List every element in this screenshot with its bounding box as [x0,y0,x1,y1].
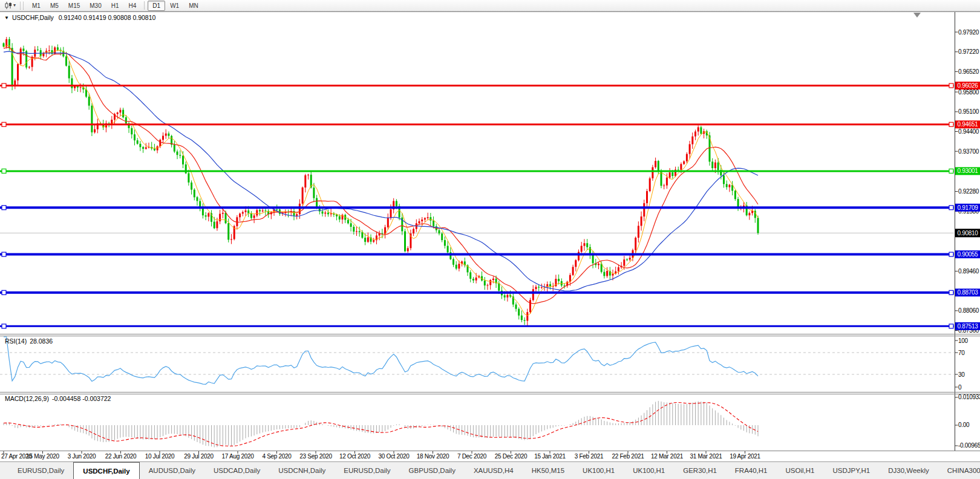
level-price-badge-text: 0.91709 [957,204,978,211]
tab-uk100-h1[interactable]: UK100,H1 [573,462,624,479]
date-axis-label: 29 Jul 2020 [184,453,214,460]
macd-name: MACD(12,26,9) [5,395,49,402]
level-line-handle[interactable] [949,169,953,173]
timeframe-toolbar: ▾ M1M5M15M30H1H4D1W1MN [0,0,980,11]
date-axis-label: 12 Oct 2020 [339,453,371,460]
tab-usdjpy-h1[interactable]: USDJPY,H1 [823,462,879,479]
tab-usdchf-daily[interactable]: USDCHF,Daily [73,462,139,479]
timeframe-button-m30[interactable]: M30 [85,1,106,11]
rsi-axis-label: 70 [958,350,965,356]
collapse-icon[interactable]: ▼ [4,15,9,21]
level-line-handle[interactable] [949,122,953,126]
level-line-handle[interactable] [2,324,6,328]
tab-dj30-weekly[interactable]: DJ30,Weekly [879,462,938,479]
price-tick-label: 0.92280 [958,188,979,195]
price-tick-label: 0.88060 [958,307,979,314]
price-tick-label: 0.89460 [958,268,979,275]
timeframe-button-mn[interactable]: MN [184,1,203,11]
tab-uk100-h1[interactable]: UK100,H1 [624,462,674,479]
level-line-handle[interactable] [2,290,6,295]
toolbar-grip[interactable] [20,2,24,10]
date-axis-label: 19 Apr 2021 [730,453,760,460]
rsi-name: RSI(14) [5,337,27,345]
date-axis-label: 15 May 2020 [26,453,59,460]
price-tick-label: 0.96520 [958,68,979,75]
date-axis-label: 12 Mar 2021 [651,453,684,460]
date-axis-label: 7 Dec 2020 [457,453,487,460]
macd-histogram [4,401,758,448]
level-line-handle[interactable] [949,324,953,328]
tab-usoil-h1[interactable]: USOil,H1 [777,462,824,479]
chart-shift-marker[interactable] [913,13,921,18]
date-axis-label: 22 Jun 2020 [105,453,137,460]
price-tick-label: 0.97920 [958,29,979,36]
level-line-handle[interactable] [2,169,6,173]
price-tick-label: 0.93700 [958,148,979,155]
level-line-handle[interactable] [949,252,953,256]
level-line-handle[interactable] [949,206,953,210]
macd-values: -0.004458 -0.003722 [52,395,111,402]
timeframe-button-h1[interactable]: H1 [106,1,124,11]
tab-gbpusd-daily[interactable]: GBPUSD,Daily [400,462,465,479]
tab-eurusd-daily[interactable]: EURUSD,Daily [335,462,399,479]
candlestick-chart-icon [4,1,13,10]
date-axis-label: 18 Nov 2020 [417,453,449,460]
level-price-badge-text: 0.96026 [957,82,978,89]
date-axis-label: 31 Mar 2021 [690,453,723,460]
timeframe-button-m1[interactable]: M1 [27,1,45,11]
chart-title: ▼USDCHF,Daily0.91240 0.91419 0.90808 0.9… [4,14,155,21]
date-axis-label: 30 Oct 2020 [378,453,410,460]
tab-xauusd-h4[interactable]: XAUUSD,H4 [465,462,523,479]
main-price-pane [0,37,954,325]
tab-audusd-daily[interactable]: AUDUSD,Daily [140,462,204,479]
rsi-axis-label: 0 [958,384,962,391]
macd-axis-label: 0.010933 [958,394,980,400]
tab-fra40-h1[interactable]: FRA40,H1 [726,462,777,479]
level-price-badge-text: 0.88703 [957,289,978,296]
date-axis-label: 3 Jun 2020 [68,453,96,460]
timeframe-button-m5[interactable]: M5 [45,1,64,11]
symbol-tab-bar: EURUSD,DailyUSDCHF,DailyAUDUSD,DailyUSDC… [0,462,980,479]
rsi-pane [0,337,954,384]
timeframe-button-h4[interactable]: H4 [124,1,142,11]
macd-indicator-label: MACD(12,26,9)-0.004458 -0.003722 [5,395,111,402]
rsi-value: 28.0836 [30,337,53,345]
rsi-line [4,337,758,384]
level-line-handle[interactable] [2,252,6,256]
tab-usdcad-daily[interactable]: USDCAD,Daily [204,462,269,479]
caret-down-icon: ▾ [13,1,16,10]
macd-axis-label: 0.00 [958,422,970,428]
level-price-badge-text: 0.87513 [957,323,978,330]
date-axis-label: 3 Feb 2021 [575,453,604,460]
timeframe-button-w1[interactable]: W1 [165,1,184,11]
level-line-handle[interactable] [2,83,6,88]
tab-usdcnh-daily[interactable]: USDCNH,Daily [269,462,335,479]
macd-axis-label: -0.009653 [958,442,980,449]
tab-china300-h1[interactable]: CHINA300,H1 [938,462,980,479]
level-price-badge-text: 0.93001 [957,168,978,174]
level-line-handle[interactable] [2,206,6,210]
rsi-indicator-label: RSI(14)28.0836 [5,337,53,345]
level-price-badge-text: 0.94651 [957,121,978,128]
chart-canvas[interactable]: 0.979200.972200.965200.958000.951000.944… [0,0,980,479]
date-axis-label: 10 Jul 2020 [145,453,175,460]
date-axis-label: 4 Sep 2020 [262,453,292,460]
level-line-handle[interactable] [2,122,6,126]
level-price-badge-text: 0.90055 [957,251,978,258]
chart-symbol-label: USDCHF,Daily [12,14,54,21]
level-line-handle[interactable] [949,290,953,295]
price-tick-label: 0.97220 [958,48,979,55]
tab-eurusd-daily[interactable]: EURUSD,Daily [8,462,73,479]
chart-ohlc-values: 0.91240 0.91419 0.90808 0.90810 [59,14,156,21]
tab-ger30-h1[interactable]: GER30,H1 [674,462,726,479]
timeframe-button-m15[interactable]: M15 [64,1,85,11]
rsi-axis-label: 30 [958,371,965,378]
tab-hk50-m15[interactable]: HK50,M15 [523,462,573,479]
date-axis-label: 15 Jan 2021 [534,453,566,460]
timeframe-button-d1[interactable]: D1 [148,1,165,11]
candlestick-series [3,37,759,325]
level-line-handle[interactable] [949,83,953,88]
toolbar-separator [144,1,145,10]
rsi-axis-label: 100 [958,337,969,344]
chart-type-button[interactable]: ▾ [2,1,18,10]
